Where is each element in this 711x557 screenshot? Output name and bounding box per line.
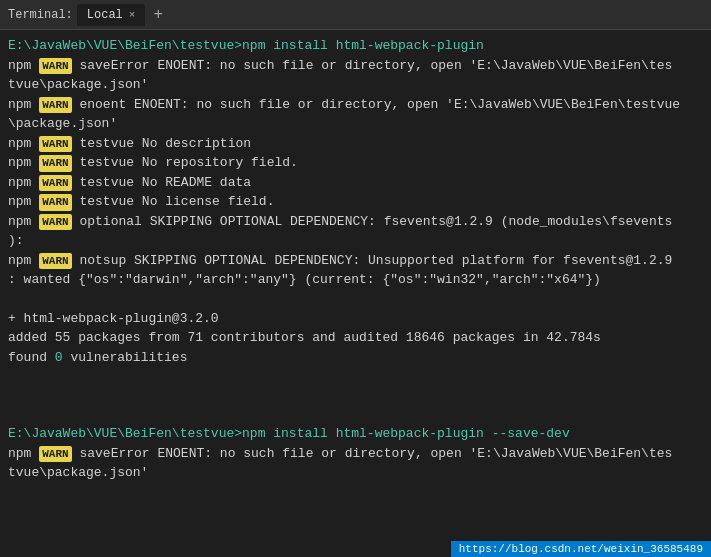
terminal-line: : wanted {"os":"darwin","arch":"any"} (c… [8,270,703,290]
terminal-line: npm WARN optional SKIPPING OPTIONAL DEPE… [8,212,703,232]
terminal-line: ): [8,231,703,251]
tab-name: Local [87,8,123,22]
warn-badge: WARN [39,97,71,114]
add-tab-button[interactable]: + [147,6,169,24]
terminal-line: E:\JavaWeb\VUE\BeiFen\testvue>npm instal… [8,36,703,56]
terminal-line: + html-webpack-plugin@3.2.0 [8,309,703,329]
status-url: https://blog.csdn.net/weixin_36585489 [459,543,703,555]
terminal-line: \package.json' [8,114,703,134]
terminal-line: tvue\package.json' [8,463,703,483]
terminal-line: found 0 vulnerabilities [8,348,703,368]
terminal-line: npm WARN notsup SKIPPING OPTIONAL DEPEND… [8,251,703,271]
terminal-line [8,405,703,424]
status-bar: https://blog.csdn.net/weixin_36585489 [451,541,711,557]
terminal-line: npm WARN testvue No license field. [8,192,703,212]
terminal-body: E:\JavaWeb\VUE\BeiFen\testvue>npm instal… [0,30,711,557]
terminal-line: npm WARN testvue No repository field. [8,153,703,173]
terminal-line: npm WARN saveError ENOENT: no such file … [8,444,703,464]
close-icon[interactable]: × [129,9,136,21]
terminal-line: E:\JavaWeb\VUE\BeiFen\testvue>npm instal… [8,424,703,444]
terminal-line [8,367,703,386]
local-tab[interactable]: Local × [77,4,146,26]
warn-badge: WARN [39,58,71,75]
terminal-label: Terminal: [8,8,73,22]
terminal-line: added 55 packages from 71 contributors a… [8,328,703,348]
terminal-line: npm WARN testvue No README data [8,173,703,193]
warn-badge: WARN [39,194,71,211]
terminal-line [8,290,703,309]
terminal-line: tvue\package.json' [8,75,703,95]
warn-badge: WARN [39,446,71,463]
terminal-line: npm WARN enoent ENOENT: no such file or … [8,95,703,115]
terminal-line: npm WARN testvue No description [8,134,703,154]
warn-badge: WARN [39,253,71,270]
terminal-line: npm WARN saveError ENOENT: no such file … [8,56,703,76]
warn-badge: WARN [39,214,71,231]
warn-badge: WARN [39,175,71,192]
terminal-line [8,386,703,405]
tab-bar: Terminal: Local × + [0,0,711,30]
warn-badge: WARN [39,136,71,153]
warn-badge: WARN [39,155,71,172]
